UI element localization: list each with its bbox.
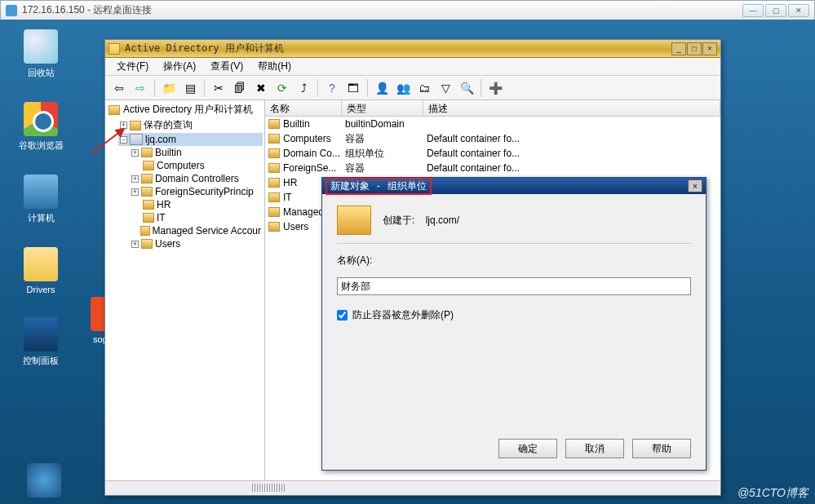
tree-node[interactable]: +Builtin bbox=[130, 146, 263, 159]
tree-node[interactable]: +Users bbox=[130, 237, 263, 250]
list-header: 名称 类型 描述 bbox=[265, 100, 720, 117]
expander-icon[interactable]: + bbox=[131, 149, 139, 157]
folder-icon bbox=[268, 178, 280, 188]
cell-type: 组织单位 bbox=[342, 147, 423, 161]
dialog-titlebar[interactable]: 新建对象 - 组织单位 × bbox=[322, 178, 706, 194]
expander-icon[interactable]: + bbox=[131, 241, 139, 248]
tree-node[interactable]: IT bbox=[130, 211, 263, 224]
maximize-button[interactable]: ▢ bbox=[765, 4, 786, 17]
forward-button[interactable]: ⇨ bbox=[131, 79, 149, 97]
ad-titlebar[interactable]: Active Directory 用户和计算机 _ □ × bbox=[105, 40, 720, 58]
tree-label: Users bbox=[155, 238, 180, 250]
tree-label: Domain Controllers bbox=[155, 173, 239, 184]
refresh-button[interactable]: ⟳ bbox=[273, 79, 291, 97]
help-button[interactable]: ? bbox=[323, 79, 341, 97]
tree-label: HR bbox=[157, 199, 171, 210]
back-button[interactable]: ⇦ bbox=[110, 79, 128, 97]
folder-up-icon: 📁 bbox=[162, 82, 176, 95]
tree-label: ljq.com bbox=[145, 134, 176, 145]
new-group-button[interactable]: 👥 bbox=[394, 79, 412, 97]
ok-button[interactable]: 确定 bbox=[498, 439, 557, 458]
protect-checkbox-row[interactable]: 防止容器被意外删除(P) bbox=[337, 308, 691, 322]
tree-node[interactable]: Computers bbox=[130, 159, 263, 172]
new-user-button[interactable]: 👤 bbox=[373, 79, 391, 97]
list-item[interactable]: Domain Co...组织单位Default container fo... bbox=[265, 146, 720, 161]
folder-icon bbox=[141, 187, 153, 197]
created-in-label: 创建于: bbox=[383, 214, 414, 226]
close-button[interactable]: ✕ bbox=[788, 4, 809, 17]
name-input[interactable] bbox=[337, 277, 691, 295]
delete-button[interactable]: ✖ bbox=[252, 79, 270, 97]
expander-icon[interactable]: + bbox=[131, 188, 139, 196]
desktop: 回收站 谷歌浏览器 计算机 Drivers 控制面板 sogou_ Active… bbox=[0, 20, 815, 504]
tree-node[interactable]: HR bbox=[130, 198, 263, 211]
name-label: 名称(A): bbox=[337, 254, 691, 267]
tree-root-label: Active Directory 用户和计算机 bbox=[123, 103, 253, 117]
recycle-bin-icon bbox=[24, 29, 58, 64]
chrome-icon bbox=[24, 102, 58, 136]
cut-button[interactable]: ✂ bbox=[210, 79, 228, 97]
dialog-buttons: 确定 取消 帮助 bbox=[498, 439, 691, 458]
cell-desc: Default container fo... bbox=[423, 148, 720, 159]
tree-node[interactable]: +ForeignSecurityPrincip bbox=[130, 185, 263, 198]
export-button[interactable]: ⤴ bbox=[295, 79, 312, 97]
expander-icon[interactable]: + bbox=[131, 175, 139, 183]
col-header-type[interactable]: 类型 bbox=[342, 100, 423, 116]
tree-label: ForeignSecurityPrincip bbox=[155, 186, 254, 197]
col-header-desc[interactable]: 描述 bbox=[423, 100, 720, 116]
add-to-group-button[interactable]: ➕ bbox=[486, 79, 504, 97]
cell-name: HR bbox=[283, 177, 297, 188]
close-button[interactable]: × bbox=[688, 179, 702, 192]
minimize-button[interactable]: _ bbox=[671, 42, 686, 55]
show-hide-button[interactable]: ▤ bbox=[181, 79, 199, 97]
domain-icon bbox=[130, 134, 143, 145]
up-button[interactable]: 📁 bbox=[160, 79, 178, 97]
tree-root[interactable]: Active Directory 用户和计算机 bbox=[107, 102, 263, 117]
properties-button[interactable]: 🗔 bbox=[344, 79, 362, 97]
col-header-name[interactable]: 名称 bbox=[265, 100, 342, 116]
copy-icon: 🗐 bbox=[234, 82, 246, 95]
tree-node[interactable]: Managed Service Accour bbox=[130, 224, 263, 237]
desktop-icon-settings[interactable] bbox=[18, 463, 70, 497]
protect-checkbox[interactable] bbox=[337, 310, 348, 321]
tree-node-saved-queries[interactable]: +保存的查询 bbox=[118, 117, 263, 133]
list-item[interactable]: ForeignSe...容器Default container fo... bbox=[265, 161, 720, 175]
folder-icon bbox=[141, 239, 153, 249]
filter-icon: ▽ bbox=[441, 82, 450, 95]
folder-icon bbox=[268, 222, 280, 232]
cell-desc: Default container fo... bbox=[423, 133, 720, 144]
list-item[interactable]: BuiltinbuiltinDomain bbox=[265, 117, 720, 131]
desktop-icon-chrome[interactable]: 谷歌浏览器 bbox=[15, 102, 67, 152]
menu-file[interactable]: 文件(F) bbox=[110, 58, 155, 75]
menubar: 文件(F) 操作(A) 查看(V) 帮助(H) bbox=[105, 58, 720, 76]
desktop-icon-recycle[interactable]: 回收站 bbox=[15, 29, 67, 79]
group-icon: 👥 bbox=[396, 82, 410, 95]
tree-pane[interactable]: Active Directory 用户和计算机 +保存的查询 -ljq.com … bbox=[105, 100, 265, 480]
expander-icon[interactable]: - bbox=[120, 136, 127, 144]
minimize-button[interactable]: — bbox=[742, 4, 764, 17]
dialog-title: 新建对象 - 组织单位 bbox=[326, 178, 432, 195]
desktop-icon-control-panel[interactable]: 控制面板 bbox=[15, 317, 67, 367]
close-button[interactable]: × bbox=[702, 42, 717, 55]
menu-action[interactable]: 操作(A) bbox=[157, 58, 202, 75]
menu-view[interactable]: 查看(V) bbox=[204, 58, 250, 75]
folder-icon bbox=[143, 213, 154, 223]
cell-name: IT bbox=[283, 192, 292, 203]
folder-icon bbox=[268, 207, 280, 217]
find-button[interactable]: 🔍 bbox=[458, 79, 476, 97]
cell-type: 容器 bbox=[342, 132, 423, 146]
tree-node-domain[interactable]: -ljq.com bbox=[118, 133, 263, 146]
desktop-icon-drivers[interactable]: Drivers bbox=[15, 247, 67, 294]
expander-icon[interactable]: + bbox=[120, 122, 127, 129]
desktop-icon-computer[interactable]: 计算机 bbox=[15, 175, 67, 224]
filter-button[interactable]: ▽ bbox=[436, 79, 454, 97]
maximize-button[interactable]: □ bbox=[687, 42, 702, 55]
help-button[interactable]: 帮助 bbox=[632, 439, 691, 458]
list-item[interactable]: Computers容器Default container fo... bbox=[265, 131, 720, 146]
splitter-grip[interactable] bbox=[252, 484, 285, 492]
menu-help[interactable]: 帮助(H) bbox=[251, 58, 298, 75]
cancel-button[interactable]: 取消 bbox=[565, 439, 624, 458]
tree-node[interactable]: +Domain Controllers bbox=[130, 172, 263, 185]
copy-button[interactable]: 🗐 bbox=[231, 79, 249, 97]
new-ou-button[interactable]: 🗂 bbox=[415, 79, 433, 97]
